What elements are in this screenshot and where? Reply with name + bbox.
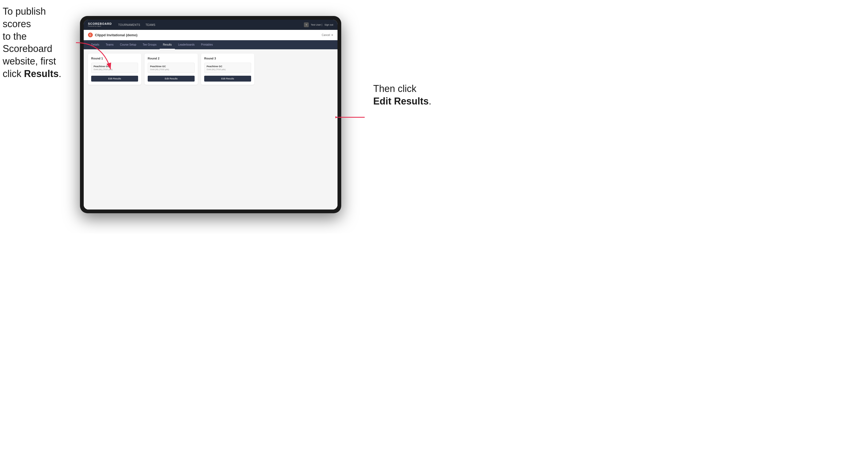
round-2-course-details: Gold (M) (7010 yds) <box>150 68 192 71</box>
tab-tee-groups[interactable]: Tee Groups <box>140 40 160 49</box>
round-1-course-card: Peachtree GC Gold (M) (7010 yds) <box>91 63 138 73</box>
round-1-card: Round 1 Peachtree GC Gold (M) (7010 yds)… <box>88 54 141 85</box>
tab-course-setup[interactable]: Course Setup <box>117 40 140 49</box>
instruction-left: To publish scores to the Scoreboard webs… <box>3 5 72 80</box>
round-3-course-name: Peachtree GC <box>207 65 249 68</box>
round-3-course-details: Gold (M) (7010 yds) <box>207 68 249 71</box>
round-1-edit-results-button[interactable]: Edit Results <box>91 76 138 82</box>
instruction-right: Then click Edit Results. <box>373 83 431 108</box>
close-icon: ✕ <box>331 34 333 36</box>
nav-tournaments[interactable]: TOURNAMENTS <box>118 24 140 26</box>
user-name: Test User | <box>311 24 322 26</box>
round-2-edit-results-button[interactable]: Edit Results <box>148 76 195 82</box>
logo-subtitle: Powered by clippd <box>88 25 112 27</box>
tournament-icon: C <box>88 33 93 37</box>
round-1-course-name: Peachtree GC <box>94 65 136 68</box>
round-3-title: Round 3 <box>204 57 251 60</box>
tab-results[interactable]: Results <box>160 40 175 49</box>
tab-leaderboards[interactable]: Leaderboards <box>175 40 198 49</box>
tab-printables[interactable]: Printables <box>198 40 216 49</box>
tab-teams[interactable]: Teams <box>103 40 117 49</box>
logo-text: SCOREBOARD <box>88 22 112 25</box>
nav-teams[interactable]: TEAMS <box>146 24 155 26</box>
tab-details[interactable]: Details <box>88 40 103 49</box>
tab-bar: Details Teams Course Setup Tee Groups Re… <box>84 40 338 49</box>
round-3-course-card: Peachtree GC Gold (M) (7010 yds) <box>204 63 251 73</box>
content-area: C Clippd Invitational (demo) Cancel ✕ De… <box>84 30 338 210</box>
logo-area: SCOREBOARD Powered by clippd <box>88 22 112 27</box>
round-3-edit-results-button[interactable]: Edit Results <box>204 76 251 82</box>
round-2-card: Round 2 Peachtree GC Gold (M) (7010 yds)… <box>145 54 198 85</box>
app-container: SCOREBOARD Powered by clippd TOURNAMENTS… <box>84 20 338 210</box>
round-2-course-card: Peachtree GC Gold (M) (7010 yds) <box>148 63 195 73</box>
tournament-header: C Clippd Invitational (demo) Cancel ✕ <box>84 30 338 40</box>
round-2-title: Round 2 <box>148 57 195 60</box>
round-1-course-details: Gold (M) (7010 yds) <box>94 68 136 71</box>
nav-right: T Test User | Sign out <box>304 22 333 27</box>
tournament-title: C Clippd Invitational (demo) <box>88 33 137 37</box>
nav-links: TOURNAMENTS TEAMS <box>118 24 304 26</box>
cancel-button[interactable]: Cancel ✕ <box>322 34 333 36</box>
sign-out-link[interactable]: Sign out <box>324 24 333 26</box>
results-content: Round 1 Peachtree GC Gold (M) (7010 yds)… <box>84 49 338 89</box>
round-2-course-name: Peachtree GC <box>150 65 192 68</box>
round-1-title: Round 1 <box>91 57 138 60</box>
round-3-card: Round 3 Peachtree GC Gold (M) (7010 yds)… <box>201 54 254 85</box>
user-avatar: T <box>304 22 309 27</box>
top-navbar: SCOREBOARD Powered by clippd TOURNAMENTS… <box>84 20 338 30</box>
tablet-device: SCOREBOARD Powered by clippd TOURNAMENTS… <box>80 16 341 213</box>
